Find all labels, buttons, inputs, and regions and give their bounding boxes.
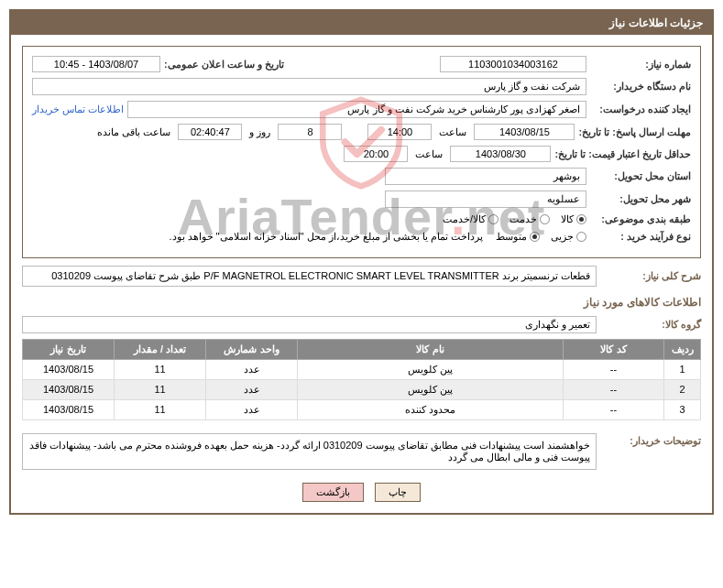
reply-deadline-label: مهلت ارسال پاسخ: تا تاریخ: [578,126,691,138]
table-cell: 2 [664,379,701,399]
table-row: 1--پین کلویسعدد111403/08/15 [23,359,701,379]
time-label-1: ساعت [439,126,466,138]
table-cell: 11 [115,399,206,419]
table-cell: محدود کننده [298,399,564,419]
radio-icon [488,214,498,224]
table-header: کد کالا [564,339,664,359]
radio-icon [576,232,586,242]
table-cell: پین کلویس [298,379,564,399]
radio-label: جزیی [551,231,574,243]
radio-icon [530,232,540,242]
radio-label: خدمت [509,213,537,225]
requester-label: ایجاد کننده درخواست: [590,103,691,115]
overall-desc-value: قطعات ترنسمیتر برند P/F MAGNETROL ELECTR… [22,266,597,287]
remaining-label: ساعت باقی مانده [97,126,170,138]
print-button[interactable]: چاپ [375,483,421,502]
time-remaining-value: 02:40:47 [178,124,242,140]
radio-label: کالا/خدمت [443,213,486,225]
buyer-notes-value: خواهشمند است پیشنهادات فنی مطابق تقاضای … [22,433,597,470]
reply-time-value: 14:00 [367,124,432,140]
announce-label: تاریخ و ساعت اعلان عمومی: [164,59,284,71]
announce-value: 1403/08/07 - 10:45 [32,56,160,72]
table-cell: 1403/08/15 [23,359,115,379]
purchase-radio-group: جزییمتوسط [496,231,586,243]
table-cell: 11 [115,379,206,399]
treasury-note: پرداخت تمام یا بخشی از مبلغ خرید،از محل … [169,231,483,243]
requester-value: اصغر کهزادی پور کارشناس خرید شرکت نفت و … [127,101,586,118]
table-header: واحد شمارش [206,339,298,359]
valid-date-value: 1403/08/30 [450,146,551,162]
valid-time-value: 20:00 [344,146,408,162]
table-cell: 3 [664,399,701,419]
table-cell: -- [564,379,664,399]
items-table: ردیفکد کالانام کالاواحد شمارشتعداد / مقد… [22,339,701,420]
table-cell: عدد [206,399,298,419]
radio-label: متوسط [496,231,527,243]
back-button[interactable]: بازگشت [302,483,364,502]
table-header: تاریخ نیاز [23,339,115,359]
table-header: نام کالا [298,339,564,359]
time-label-2: ساعت [415,148,443,160]
buyer-notes-label: توضیحات خریدار: [600,430,701,447]
radio-option[interactable]: خدمت [509,213,550,225]
radio-icon [576,214,586,224]
city-value: عسلویه [385,191,586,208]
need-number-label: شماره نیاز: [590,59,691,71]
reply-date-value: 1403/08/15 [474,124,575,140]
radio-label: کالا [561,213,574,225]
radio-option[interactable]: جزیی [551,231,586,243]
panel-header: جزئیات اطلاعات نیاز [11,11,712,35]
overall-desc-label: شرح کلی نیاز: [600,270,701,282]
city-label: شهر محل تحویل: [590,193,691,205]
province-value: بوشهر [385,168,586,185]
radio-icon [540,214,550,224]
category-label: طبقه بندی موضوعی: [590,213,691,225]
buyer-contact-link[interactable]: اطلاعات تماس خریدار [32,103,124,115]
radio-option[interactable]: متوسط [496,231,540,243]
table-row: 2--پین کلویسعدد111403/08/15 [23,379,701,399]
table-cell: پین کلویس [298,359,564,379]
table-cell: عدد [206,359,298,379]
items-section-title: اطلاعات کالاهای مورد نیاز [22,296,701,309]
need-number-value: 1103001034003162 [440,56,586,72]
purchase-type-label: نوع فرآیند خرید : [590,231,691,243]
goods-group-value: تعمیر و نگهداری [22,316,597,333]
table-cell: 11 [115,359,206,379]
table-cell: عدد [206,379,298,399]
radio-option[interactable]: کالا [561,213,586,225]
main-info-box: شماره نیاز: 1103001034003162 تاریخ و ساع… [22,46,701,258]
table-header: ردیف [664,339,701,359]
table-cell: 1 [664,359,701,379]
buyer-org-value: شرکت نفت و گاز پارس [32,78,586,95]
table-cell: 1403/08/15 [23,379,115,399]
radio-option[interactable]: کالا/خدمت [443,213,498,225]
province-label: استان محل تحویل: [590,170,691,182]
buyer-org-label: نام دستگاه خریدار: [590,81,691,93]
table-cell: -- [564,399,664,419]
days-remaining-value: 8 [278,124,342,140]
details-panel: جزئیات اطلاعات نیاز شماره نیاز: 11030010… [9,9,714,515]
table-row: 3--محدود کنندهعدد111403/08/15 [23,399,701,419]
table-cell: -- [564,359,664,379]
min-valid-label: حداقل تاریخ اعتبار قیمت: تا تاریخ: [554,148,691,160]
table-header: تعداد / مقدار [115,339,206,359]
days-and-label: روز و [249,126,270,138]
goods-group-label: گروه کالا: [600,319,701,331]
category-radio-group: کالاخدمتکالا/خدمت [443,213,586,225]
table-cell: 1403/08/15 [23,399,115,419]
